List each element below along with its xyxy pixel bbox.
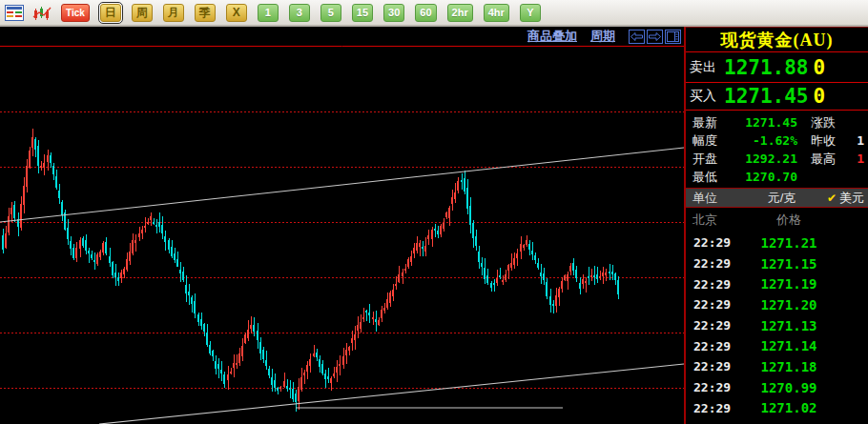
period-button-wrap: Tick: [59, 2, 92, 24]
chart-area: 商品叠加 周期: [0, 27, 684, 424]
tick-price: 1271.21: [746, 235, 832, 251]
tick-price: 1271.19: [746, 276, 832, 292]
period-button-2hr[interactable]: 2hr: [447, 4, 473, 22]
tick-row: 22:291271.13: [686, 315, 868, 336]
buy-price: 1271.45: [724, 85, 809, 108]
tick-row: 22:291271.20: [686, 294, 868, 315]
stat-value-2: [851, 168, 868, 186]
period-button-wrap: Y: [518, 2, 543, 24]
quote-board-icon[interactable]: [4, 4, 25, 21]
period-button-4hr[interactable]: 4hr: [484, 4, 509, 22]
unit-label: 单位: [692, 190, 736, 207]
period-button-wrap: 3: [287, 2, 312, 24]
tick-price: 1271.18: [746, 359, 832, 374]
stat-label-2: 昨收: [811, 131, 851, 150]
overlay-link[interactable]: 商品叠加: [527, 28, 577, 45]
stat-row: 最新1271.45涨跌: [686, 113, 868, 131]
period-button-3[interactable]: 3: [289, 4, 310, 22]
period-button-15[interactable]: 15: [352, 4, 373, 22]
period-button-wrap: 5: [319, 2, 343, 24]
kline-chart-icon[interactable]: [31, 4, 52, 21]
arrow-right-icon[interactable]: [647, 30, 663, 44]
stat-value-2: 1: [851, 131, 868, 150]
tick-list: 22:291271.2122:291271.1522:291271.1922:2…: [686, 232, 868, 418]
chart-header: 商品叠加 周期: [0, 27, 684, 46]
usd-label: 美元: [839, 190, 864, 207]
stat-label: 开盘: [692, 150, 736, 168]
tick-time: 22:29: [693, 235, 746, 250]
period-button-30[interactable]: 30: [383, 4, 404, 22]
stat-value: 1270.70: [736, 168, 797, 186]
stat-value: 1292.21: [736, 150, 797, 168]
tick-time: 22:29: [693, 297, 746, 312]
tick-row: 22:291270.99: [686, 377, 868, 398]
stat-label-2: 最高: [811, 150, 851, 168]
sell-price: 1271.88: [724, 56, 809, 79]
period-button-1[interactable]: 1: [258, 4, 279, 22]
period-button-wrap: 日: [98, 2, 123, 24]
period-button-5[interactable]: 5: [320, 4, 341, 22]
tick-row: 22:291271.19: [686, 273, 868, 294]
buy-extra: 0: [814, 85, 826, 108]
unit-value: 元/克: [736, 190, 827, 207]
stats-grid: 最新1271.45涨跌幅度-1.62%昨收1开盘1292.21最高1最低1270…: [686, 111, 868, 188]
period-button-周[interactable]: 周: [132, 4, 153, 22]
period-button-wrap: 60: [413, 2, 438, 24]
tick-time: 22:29: [693, 256, 746, 271]
tick-price: 1270.99: [746, 380, 832, 395]
stat-value: 1271.45: [736, 113, 797, 131]
tick-table-header: 北京 价格: [686, 208, 868, 232]
buy-label: 买入: [690, 88, 721, 105]
tick-time: 22:29: [693, 380, 746, 394]
tick-row: 22:291271.15: [686, 253, 868, 274]
sell-quote-row: 卖出 1271.88 0: [686, 52, 868, 83]
sell-label: 卖出: [690, 59, 721, 76]
stat-label: 最低: [692, 168, 736, 186]
quote-panel: 现货黄金(AU) 卖出 1271.88 0 买入 1271.45 0 最新127…: [684, 27, 868, 424]
stat-label: 幅度: [692, 131, 736, 150]
period-button-日[interactable]: 日: [100, 4, 121, 22]
price-chart-canvas[interactable]: [0, 46, 684, 424]
sell-extra: 0: [814, 56, 826, 79]
tick-price: 1271.20: [746, 297, 832, 313]
period-button-Tick[interactable]: Tick: [61, 4, 90, 22]
period-button-wrap: X: [224, 2, 249, 24]
tick-col-price: 价格: [746, 212, 832, 229]
period-button-wrap: 季: [193, 2, 217, 24]
stat-label: 最新: [692, 113, 736, 131]
tick-time: 22:29: [693, 401, 746, 415]
instrument-title: 现货黄金(AU): [686, 27, 868, 52]
period-button-60[interactable]: 60: [415, 4, 436, 22]
stat-value-2: 1: [851, 150, 868, 168]
stat-value-2: [851, 113, 868, 131]
tick-price: 1271.15: [746, 256, 832, 272]
tick-row: 22:291271.18: [686, 356, 868, 377]
period-button-wrap: 2hr: [445, 2, 475, 24]
chart-nav-icons: [629, 30, 681, 44]
tick-price: 1271.13: [746, 318, 832, 333]
unit-row: 单位 元/克 ✔ 美元: [686, 188, 868, 208]
tick-price: 1271.14: [746, 338, 832, 353]
arrow-left-icon[interactable]: [629, 30, 645, 44]
period-button-wrap: 周: [130, 2, 155, 24]
tick-time: 22:29: [693, 339, 746, 353]
tick-row: 22:291271.02: [686, 398, 868, 419]
tick-row: 22:291271.21: [686, 232, 868, 253]
tick-price: 1271.02: [746, 400, 832, 415]
period-button-季[interactable]: 季: [195, 4, 216, 22]
stat-row: 最低1270.70: [686, 168, 868, 186]
stat-row: 开盘1292.21最高1: [686, 150, 868, 168]
period-button-X[interactable]: X: [226, 4, 247, 22]
stat-value: -1.62%: [736, 131, 797, 150]
period-button-wrap: 4hr: [482, 2, 511, 24]
period-button-wrap: 1: [256, 2, 280, 24]
period-link[interactable]: 周期: [590, 28, 615, 45]
period-button-Y[interactable]: Y: [520, 4, 541, 22]
stat-row: 幅度-1.62%昨收1: [686, 131, 868, 150]
tick-col-time: 北京: [692, 212, 746, 229]
tick-time: 22:29: [693, 277, 746, 292]
split-panel-icon[interactable]: [665, 30, 681, 44]
usd-checkbox[interactable]: ✔ 美元: [827, 190, 864, 207]
stat-label-2: 涨跌: [811, 113, 851, 131]
period-button-月[interactable]: 月: [163, 4, 184, 22]
